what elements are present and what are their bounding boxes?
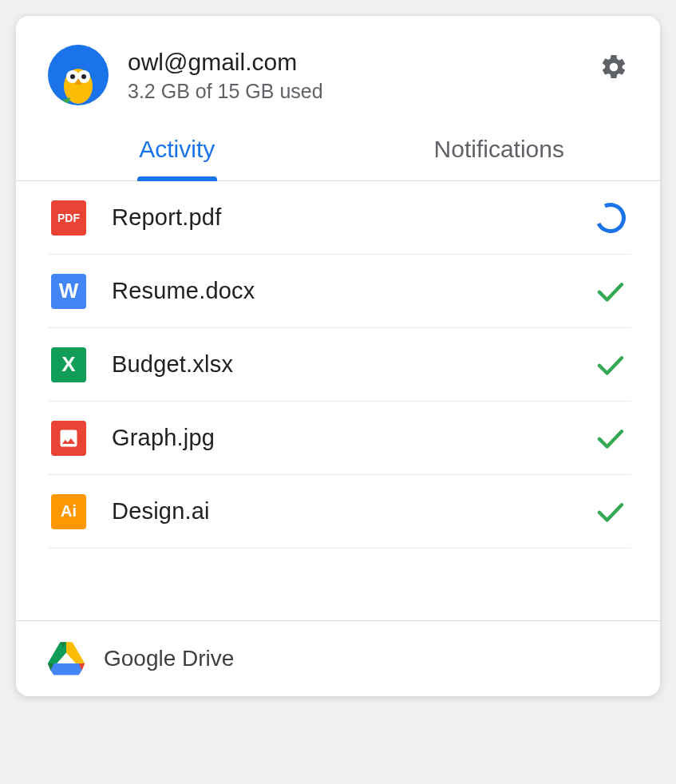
svg-point-3 <box>70 74 75 79</box>
tab-activity[interactable]: Activity <box>16 121 338 180</box>
avatar[interactable] <box>48 45 109 105</box>
file-row[interactable]: PDFReport.pdf <box>48 181 631 255</box>
uploading-spinner-icon <box>593 200 628 236</box>
file-type-icon <box>51 421 86 456</box>
user-info: owl@gmail.com 3.2 GB of 15 GB used <box>128 45 596 103</box>
file-name: Design.ai <box>112 498 567 525</box>
file-type-icon: W <box>51 274 86 309</box>
file-name: Report.pdf <box>112 204 567 231</box>
file-type-icon: PDF <box>51 200 86 236</box>
settings-button[interactable] <box>596 49 631 85</box>
storage-usage: 3.2 GB of 15 GB used <box>128 80 596 103</box>
drive-activity-card: owl@gmail.com 3.2 GB of 15 GB used Activ… <box>16 16 660 696</box>
checkmark-icon <box>593 421 628 456</box>
svg-point-4 <box>81 74 86 79</box>
tab-notifications[interactable]: Notifications <box>338 121 661 180</box>
tabs: Activity Notifications <box>16 121 660 181</box>
file-row[interactable]: Graph.jpg <box>48 402 631 475</box>
gear-icon <box>599 53 628 81</box>
file-type-icon: Ai <box>51 494 86 529</box>
file-type-icon: X <box>51 347 86 382</box>
tab-notifications-label: Notifications <box>434 136 564 162</box>
file-row[interactable]: WResume.docx <box>48 255 631 328</box>
footer[interactable]: Google Drive <box>16 620 660 696</box>
file-name: Resume.docx <box>112 278 567 304</box>
checkmark-icon <box>593 274 628 309</box>
file-row[interactable]: XBudget.xlsx <box>48 328 631 402</box>
header: owl@gmail.com 3.2 GB of 15 GB used <box>16 16 660 121</box>
footer-label: Google Drive <box>104 646 234 671</box>
account-email: owl@gmail.com <box>128 48 596 77</box>
checkmark-icon <box>593 494 628 529</box>
file-list: PDFReport.pdfWResume.docxXBudget.xlsxGra… <box>16 181 660 548</box>
drive-logo-icon <box>48 642 85 675</box>
checkmark-icon <box>593 347 628 382</box>
file-name: Budget.xlsx <box>112 351 567 378</box>
spacer <box>16 548 660 620</box>
tab-activity-label: Activity <box>139 136 215 162</box>
file-row[interactable]: AiDesign.ai <box>48 475 631 548</box>
file-name: Graph.jpg <box>112 425 567 451</box>
